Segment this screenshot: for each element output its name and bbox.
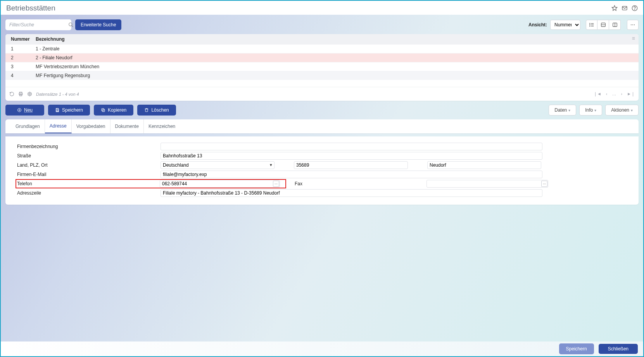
city-field[interactable] (427, 161, 541, 169)
trash-icon (144, 108, 149, 112)
tab-adresse[interactable]: Adresse (45, 119, 72, 133)
copy-icon (101, 108, 105, 112)
gear-icon[interactable] (27, 91, 32, 97)
highlight-telefon: Telefon ⋯ (16, 179, 286, 188)
footer-save-button[interactable]: Speichern (559, 343, 594, 354)
save-button[interactable]: Speichern (48, 105, 90, 116)
fax-field[interactable] (426, 180, 548, 188)
label-street: Straße (17, 153, 161, 159)
star-icon[interactable] (611, 5, 618, 11)
copy-button[interactable]: Kopieren (94, 105, 133, 116)
svg-rect-31 (102, 109, 105, 112)
label-company: Firmenbezeichnung (17, 144, 161, 149)
record-count: Datensätze 1 - 4 von 4 (36, 92, 79, 97)
svg-point-6 (590, 23, 590, 24)
company-field[interactable] (161, 143, 542, 150)
email-field[interactable] (161, 171, 542, 178)
addressline-field[interactable] (161, 189, 542, 197)
svg-point-3 (635, 9, 635, 10)
svg-point-16 (631, 24, 632, 25)
chevron-down-icon: ▾ (594, 108, 596, 112)
label-email: Firmen-E-Mail (17, 172, 161, 177)
zip-field[interactable] (294, 161, 408, 169)
tab-kennzeichen[interactable]: Kennzeichen (144, 119, 180, 133)
svg-point-7 (590, 24, 590, 25)
new-button[interactable]: Neu (5, 105, 44, 116)
split-horizontal-icon[interactable] (597, 20, 609, 30)
col-header-number[interactable]: Nummer (5, 36, 36, 42)
list-bullets-icon[interactable] (586, 20, 597, 30)
page-title: Betriebsstätten (6, 4, 55, 12)
actions-dropdown[interactable]: Aktionen▾ (605, 105, 639, 116)
page-ellipsis-icon[interactable]: … (612, 91, 616, 97)
svg-point-18 (634, 24, 635, 25)
svg-point-4 (69, 23, 72, 26)
view-select[interactable]: Nummer (550, 20, 580, 30)
footer-close-button[interactable]: Schließen (599, 344, 638, 354)
info-dropdown[interactable]: Info▾ (579, 105, 602, 116)
tab-grundlagen[interactable]: Grundlagen (11, 119, 45, 133)
label-fax: Fax (295, 181, 426, 186)
table-row[interactable]: 1 1 - Zentrale (5, 44, 639, 53)
chevron-down-icon: ▾ (568, 108, 570, 112)
data-dropdown[interactable]: Daten▾ (549, 105, 576, 116)
phone-field[interactable] (160, 180, 280, 188)
chevron-down-icon: ▾ (631, 108, 633, 112)
help-icon[interactable] (632, 5, 638, 11)
fax-lookup-icon[interactable]: ⋯ (541, 181, 547, 187)
table-row[interactable]: 4 MF Fertigung Regensburg (5, 71, 639, 80)
view-label: Ansicht: (528, 22, 547, 28)
tab-dokumente[interactable]: Dokumente (110, 119, 144, 133)
search-icon[interactable] (68, 22, 74, 28)
search-input[interactable] (9, 22, 68, 28)
save-icon (55, 108, 60, 112)
svg-marker-0 (612, 5, 617, 10)
street-field[interactable] (161, 152, 542, 160)
page-prev-icon[interactable]: ‹ (606, 91, 608, 97)
more-icon[interactable] (627, 20, 639, 30)
svg-point-25 (29, 93, 30, 95)
search-box[interactable] (5, 19, 71, 30)
plus-icon (17, 108, 22, 112)
grid-menu-icon[interactable] (632, 36, 635, 41)
table-row[interactable]: 3 MF Vertriebszentrum München (5, 62, 639, 71)
svg-point-17 (632, 24, 633, 25)
print-icon[interactable] (18, 91, 23, 97)
delete-button[interactable]: Löschen (137, 105, 176, 116)
page-next-icon[interactable]: › (621, 91, 622, 97)
extended-search-button[interactable]: Erweiterte Suche (75, 19, 121, 30)
col-header-bezeichnung[interactable]: Bezeichnung (36, 36, 639, 42)
page-first-icon[interactable]: ❘◄ (594, 91, 601, 97)
label-country-zip-city: Land, PLZ, Ort (17, 162, 161, 168)
table-row[interactable]: 2 2 - Filiale Neudorf (5, 53, 639, 62)
mail-icon[interactable] (622, 5, 628, 11)
phone-lookup-icon[interactable]: ⋯ (273, 181, 279, 187)
grid-header: Nummer Bezeichnung (5, 34, 639, 44)
label-addressline: Adresszeile (17, 190, 161, 196)
svg-rect-30 (57, 110, 58, 112)
tab-vorgabedaten[interactable]: Vorgabedaten (72, 119, 110, 133)
refresh-icon[interactable] (9, 91, 14, 97)
svg-rect-33 (145, 109, 148, 112)
svg-point-8 (590, 26, 590, 26)
svg-rect-32 (102, 109, 104, 111)
label-phone: Telefon (17, 181, 160, 186)
country-field[interactable] (161, 161, 275, 169)
split-vertical-icon[interactable] (609, 20, 621, 30)
svg-rect-29 (57, 109, 58, 110)
svg-line-5 (72, 26, 73, 27)
page-last-icon[interactable]: ►❘ (627, 91, 635, 97)
